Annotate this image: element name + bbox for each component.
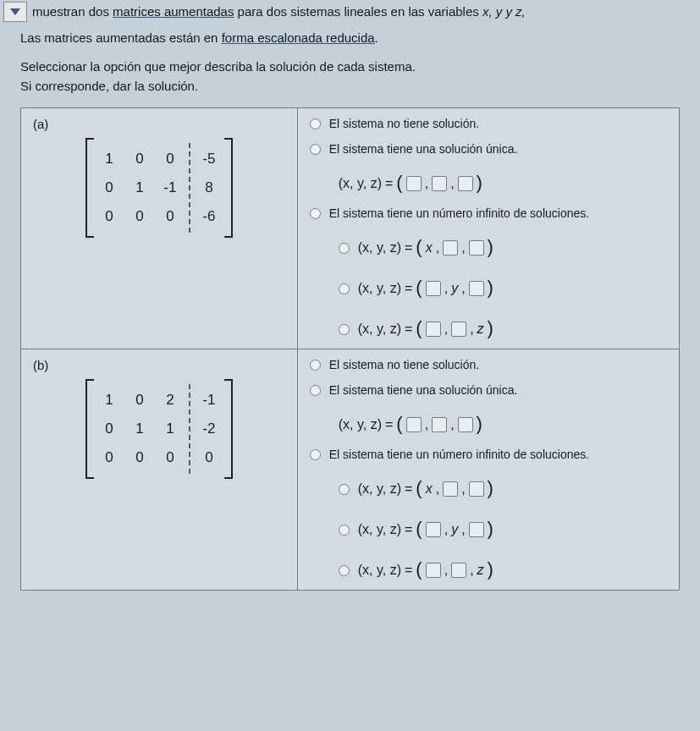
input-x[interactable] (426, 522, 441, 537)
radio-icon (339, 283, 350, 294)
input-z-b[interactable] (458, 417, 473, 432)
sub-option-yfree-a[interactable]: (x, y, z) = (, y, ) (339, 278, 667, 300)
sub-option-zfree-b[interactable]: (x, y, z) = (, , z) (339, 559, 667, 581)
radio-icon (310, 449, 321, 460)
option-infinite-b[interactable]: El sistema tiene un número infinito de s… (310, 448, 667, 461)
radio-icon (339, 484, 350, 495)
link-matrices-aumentadas[interactable]: matrices aumentadas (113, 4, 234, 19)
unique-tuple-b: (x, y, z) = (, , ) (339, 414, 667, 436)
top-bar: muestran dos matrices aumentadas para do… (0, 0, 700, 28)
input-y[interactable] (443, 240, 458, 256)
input-y[interactable] (443, 481, 458, 497)
radio-icon (339, 525, 350, 536)
text: Las matrices aumentadas están en (20, 30, 222, 45)
options-cell-a: El sistema no tiene solución. El sistema… (297, 108, 679, 349)
input-z[interactable] (469, 522, 484, 537)
equals: = (385, 176, 393, 191)
option-no-solution-b[interactable]: El sistema no tiene solución. (310, 358, 667, 371)
text: . (375, 30, 378, 45)
sub-option-xfree-b[interactable]: (x, y, z) = (x, , ) (339, 478, 667, 500)
option-label: El sistema no tiene solución. (329, 358, 479, 371)
radio-icon (339, 565, 350, 576)
augmented-matrix-a: 100 010 0-10 -58-6 (85, 138, 233, 238)
input-z-a[interactable] (458, 176, 473, 191)
radio-icon (310, 208, 321, 219)
input-y[interactable] (451, 563, 466, 578)
text: muestran dos (32, 4, 113, 19)
input-y[interactable] (451, 322, 466, 337)
augmented-matrix-b: 100 010 210 -1-20 (85, 379, 233, 479)
input-y-b[interactable] (432, 417, 447, 432)
option-label: El sistema tiene un número infinito de s… (329, 448, 589, 461)
instruction-line: Si corresponde, dar la solución. (20, 76, 680, 96)
sub-option-zfree-a[interactable]: (x, y, z) = (, , z) (339, 318, 667, 340)
intro-line-2: Las matrices aumentadas están en forma e… (20, 28, 680, 47)
sub-option-yfree-b[interactable]: (x, y, z) = (, y, ) (339, 519, 667, 541)
intro-line-1: muestran dos matrices aumentadas para do… (32, 2, 526, 21)
radio-icon (310, 360, 321, 371)
option-label: El sistema tiene un número infinito de s… (329, 206, 589, 220)
text: para dos sistemas lineales en las variab… (234, 4, 482, 19)
radio-icon (339, 243, 350, 254)
content-area: Las matrices aumentadas están en forma e… (0, 28, 700, 591)
input-x[interactable] (426, 563, 441, 578)
input-z[interactable] (469, 281, 484, 296)
radio-icon (339, 324, 350, 335)
part-label-b: (b) (33, 358, 285, 372)
option-unique-b[interactable]: El sistema tiene una solución única. (310, 383, 667, 397)
matrix-cell-b: (b) 100 010 210 -1-20 (21, 349, 298, 591)
options-cell-b: El sistema no tiene solución. El sistema… (297, 349, 679, 591)
input-y-a[interactable] (432, 176, 447, 191)
link-forma-escalonada[interactable]: forma escalonada reducida (222, 30, 375, 45)
radio-icon (310, 385, 321, 396)
input-z[interactable] (469, 240, 484, 256)
instructions: Seleccionar la opción que mejor describa… (20, 57, 680, 96)
table-row-b: (b) 100 010 210 -1-20 El si (21, 349, 680, 591)
xyz-label: (x, y, z) (339, 176, 382, 191)
variables: x, y y z, (482, 4, 526, 19)
option-label: El sistema no tiene solución. (329, 117, 479, 130)
input-x[interactable] (426, 322, 441, 337)
sub-option-xfree-a[interactable]: (x, y, z) = (x, , ) (339, 237, 667, 259)
part-label-a: (a) (33, 117, 285, 131)
option-unique-a[interactable]: El sistema tiene una solución única. (310, 142, 667, 156)
input-z[interactable] (469, 481, 484, 497)
table-row-a: (a) 100 010 0-10 -58-6 El s (21, 108, 680, 349)
input-x-b[interactable] (406, 417, 422, 432)
chevron-down-icon (10, 8, 20, 15)
input-x[interactable] (426, 281, 441, 296)
instruction-line: Seleccionar la opción que mejor describa… (20, 57, 680, 76)
radio-icon (310, 118, 321, 129)
dropdown-toggle[interactable] (3, 2, 27, 22)
unique-tuple-a: (x, y, z) = (, , ) (339, 173, 667, 195)
option-label: El sistema tiene una solución única. (329, 383, 518, 397)
input-x-a[interactable] (406, 176, 422, 191)
option-infinite-a[interactable]: El sistema tiene un número infinito de s… (310, 206, 667, 220)
radio-icon (310, 144, 321, 155)
matrix-cell-a: (a) 100 010 0-10 -58-6 (21, 108, 298, 349)
answer-table: (a) 100 010 0-10 -58-6 El s (20, 107, 680, 591)
option-no-solution-a[interactable]: El sistema no tiene solución. (310, 117, 667, 130)
option-label: El sistema tiene una solución única. (329, 142, 518, 156)
